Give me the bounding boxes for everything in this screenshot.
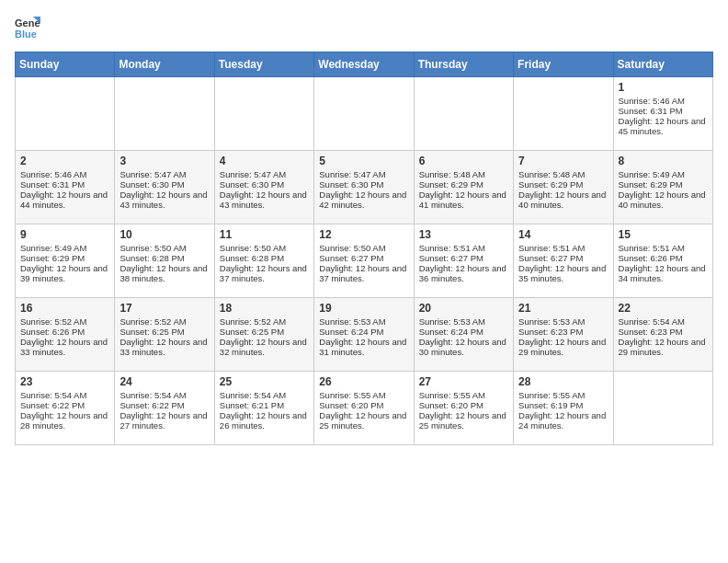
day-header-friday: Friday [514,52,613,77]
day-number: 13 [419,228,509,241]
day-cell [115,77,214,151]
day-cell: 5Sunrise: 5:47 AMSunset: 6:30 PMDaylight… [314,151,414,224]
day-info: Sunrise: 5:52 AM [220,316,310,327]
day-number: 9 [20,228,110,241]
day-info: Sunset: 6:29 PM [518,179,609,190]
day-info: Sunrise: 5:51 AM [619,243,709,253]
day-info: Daylight: 12 hours and 37 minutes. [319,263,409,283]
day-number: 5 [319,155,409,167]
day-info: Daylight: 12 hours and 31 minutes. [319,337,409,357]
day-info: Sunrise: 5:47 AM [220,169,310,179]
day-cell: 22Sunrise: 5:54 AMSunset: 6:23 PMDayligh… [613,298,712,372]
day-info: Daylight: 12 hours and 44 minutes. [20,190,110,210]
day-cell [414,77,513,151]
day-number: 25 [220,375,310,388]
day-info: Sunrise: 5:47 AM [119,169,210,179]
day-info: Sunrise: 5:53 AM [419,316,509,327]
day-info: Daylight: 12 hours and 40 minutes. [518,190,609,210]
day-cell [214,77,313,151]
day-cell: 11Sunrise: 5:50 AMSunset: 6:28 PMDayligh… [214,224,313,298]
day-number: 1 [619,81,709,94]
day-cell: 10Sunrise: 5:50 AMSunset: 6:28 PMDayligh… [115,224,214,298]
day-number: 4 [220,155,310,167]
day-number: 14 [518,228,609,241]
day-info: Sunrise: 5:54 AM [119,390,210,400]
day-info: Daylight: 12 hours and 34 minutes. [619,263,709,283]
day-info: Daylight: 12 hours and 43 minutes. [220,190,310,210]
day-number: 11 [220,228,310,241]
day-info: Sunset: 6:26 PM [619,253,709,263]
day-info: Sunset: 6:21 PM [220,400,310,410]
day-info: Sunset: 6:29 PM [419,179,509,190]
day-cell: 4Sunrise: 5:47 AMSunset: 6:30 PMDaylight… [214,151,313,224]
day-info: Sunset: 6:27 PM [319,253,409,263]
day-cell: 21Sunrise: 5:53 AMSunset: 6:23 PMDayligh… [514,298,613,372]
day-info: Sunset: 6:31 PM [619,106,709,116]
day-info: Sunrise: 5:52 AM [20,316,110,327]
day-info: Sunset: 6:25 PM [220,327,310,337]
day-cell: 12Sunrise: 5:50 AMSunset: 6:27 PMDayligh… [314,224,414,298]
svg-text:Blue: Blue [15,29,37,40]
day-info: Sunset: 6:29 PM [20,253,110,263]
day-info: Sunrise: 5:48 AM [419,169,509,179]
day-cell: 17Sunrise: 5:52 AMSunset: 6:25 PMDayligh… [115,298,214,372]
logo: General Blue [15,15,40,40]
day-info: Sunrise: 5:54 AM [619,316,709,327]
day-info: Sunrise: 5:49 AM [20,243,110,253]
week-row-2: 9Sunrise: 5:49 AMSunset: 6:29 PMDaylight… [16,224,713,298]
day-cell: 15Sunrise: 5:51 AMSunset: 6:26 PMDayligh… [613,224,712,298]
day-info: Sunrise: 5:53 AM [518,316,609,327]
day-info: Daylight: 12 hours and 32 minutes. [220,337,310,357]
day-info: Daylight: 12 hours and 38 minutes. [119,263,210,283]
day-header-thursday: Thursday [414,52,513,77]
day-info: Sunrise: 5:47 AM [319,169,409,179]
day-info: Sunset: 6:30 PM [220,179,310,190]
day-cell: 14Sunrise: 5:51 AMSunset: 6:27 PMDayligh… [514,224,613,298]
day-info: Sunset: 6:26 PM [20,327,110,337]
day-info: Daylight: 12 hours and 25 minutes. [419,410,509,431]
day-info: Daylight: 12 hours and 42 minutes. [319,190,409,210]
day-number: 23 [20,375,110,388]
day-cell [613,372,712,445]
day-cell: 27Sunrise: 5:55 AMSunset: 6:20 PMDayligh… [414,372,513,445]
day-number: 12 [319,228,409,241]
day-cell: 28Sunrise: 5:55 AMSunset: 6:19 PMDayligh… [514,372,613,445]
day-number: 22 [619,302,709,315]
day-info: Sunset: 6:22 PM [20,400,110,410]
day-number: 26 [319,375,409,388]
day-number: 27 [419,375,509,388]
day-number: 3 [119,155,210,167]
day-info: Sunset: 6:27 PM [419,253,509,263]
day-info: Sunrise: 5:48 AM [518,169,609,179]
calendar-table: SundayMondayTuesdayWednesdayThursdayFrid… [15,52,713,445]
day-info: Daylight: 12 hours and 33 minutes. [20,337,110,357]
day-number: 10 [119,228,210,241]
day-header-monday: Monday [115,52,214,77]
day-cell: 18Sunrise: 5:52 AMSunset: 6:25 PMDayligh… [214,298,313,372]
calendar-body: 1Sunrise: 5:46 AMSunset: 6:31 PMDaylight… [16,77,713,445]
day-number: 17 [119,302,210,315]
day-header-wednesday: Wednesday [314,52,414,77]
day-info: Daylight: 12 hours and 37 minutes. [220,263,310,283]
day-cell: 8Sunrise: 5:49 AMSunset: 6:29 PMDaylight… [613,151,712,224]
day-info: Sunset: 6:31 PM [20,179,110,190]
day-cell: 6Sunrise: 5:48 AMSunset: 6:29 PMDaylight… [414,151,513,224]
day-info: Sunrise: 5:50 AM [119,243,210,253]
day-info: Sunrise: 5:55 AM [419,390,509,400]
day-info: Sunrise: 5:55 AM [518,390,609,400]
day-number: 24 [119,375,210,388]
day-info: Sunset: 6:20 PM [419,400,509,410]
day-cell: 2Sunrise: 5:46 AMSunset: 6:31 PMDaylight… [16,151,115,224]
day-info: Sunset: 6:24 PM [319,327,409,337]
day-info: Sunrise: 5:54 AM [20,390,110,400]
day-info: Daylight: 12 hours and 33 minutes. [119,337,210,357]
header-row: SundayMondayTuesdayWednesdayThursdayFrid… [16,52,713,77]
day-cell: 25Sunrise: 5:54 AMSunset: 6:21 PMDayligh… [214,372,313,445]
day-info: Daylight: 12 hours and 30 minutes. [419,337,509,357]
week-row-4: 23Sunrise: 5:54 AMSunset: 6:22 PMDayligh… [16,372,713,445]
day-info: Sunrise: 5:52 AM [119,316,210,327]
day-info: Sunset: 6:22 PM [119,400,210,410]
day-info: Sunset: 6:25 PM [119,327,210,337]
day-info: Sunset: 6:28 PM [220,253,310,263]
day-header-sunday: Sunday [16,52,115,77]
